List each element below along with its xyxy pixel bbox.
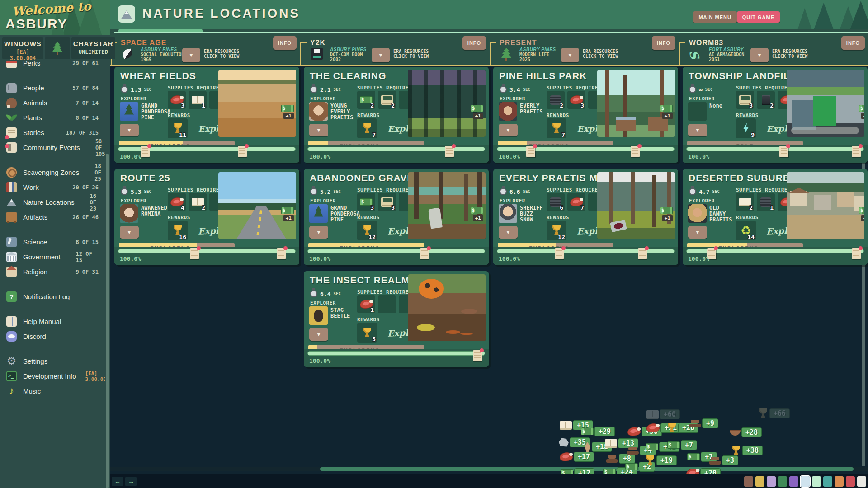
quit-game-button[interactable]: QUIT GAME (737, 11, 780, 23)
page-title: NATURE LOCATIONS (142, 6, 300, 21)
progress-strip: 100.0% (683, 247, 868, 265)
progress-strip: 100.0% (114, 145, 299, 163)
era-resources-dropdown[interactable]: ▼ (372, 48, 390, 62)
location-card: PINE HILLS PARK 3.4 SEC SUPPLIES REQUIRE… (493, 67, 678, 163)
supply-slot: 2 (189, 193, 207, 211)
progress-percent: 100.0% (499, 153, 520, 160)
explorer-dropdown[interactable]: ▼ (309, 226, 328, 239)
explorer-dropdown[interactable]: ▼ (120, 226, 139, 239)
event-note-icon[interactable] (638, 248, 647, 259)
era-quick-tab-col-w-[interactable] (744, 476, 753, 487)
era-resources-label[interactable]: ERA RESOURCES CLICK TO VIEW (772, 49, 807, 59)
event-note-icon[interactable] (238, 146, 247, 157)
progress-percent: 100.0% (688, 255, 709, 262)
era-quick-tab-tides-3-[interactable] (823, 476, 832, 487)
supplies-required-label: SUPPLIES REQUIRED (168, 85, 222, 91)
location-card: TOWNSHIP LANDFILL ∞ SEC SUPPLIES REQUIRE… (683, 67, 868, 163)
logs-icon (709, 457, 721, 465)
location-card: EVERLY PRAETIS MURDER SCENE 6.6 SEC SUPP… (493, 169, 678, 265)
explorer-dropdown[interactable]: ▼ (309, 124, 328, 136)
sidebar-item-stories[interactable]: Stories 187 OF 315 (0, 125, 105, 140)
sidebar-item-notification-log[interactable]: Notification Log (0, 289, 105, 304)
sidebar-item-music[interactable]: Music (0, 384, 105, 399)
sidebar-item-settings[interactable]: Settings (0, 354, 105, 369)
reward-slot: 11 (168, 118, 188, 138)
era-info-button[interactable]: INFO (841, 36, 865, 50)
sidebar-item-work[interactable]: Work 20 OF 26 (0, 180, 105, 195)
sidebar-item-science[interactable]: Science 8 OF 15 (0, 235, 105, 249)
location-title: DESERTED SUBURBIA (689, 173, 801, 183)
event-note-icon[interactable] (473, 350, 482, 361)
stopwatch-icon (310, 188, 317, 195)
era-resources-dropdown[interactable]: ▼ (750, 48, 769, 62)
mammoth-icon (6, 98, 17, 108)
explore-time: 6.6 SEC (500, 188, 530, 195)
era-quick-tab-2-ren-6-[interactable] (857, 476, 866, 487)
era-quick-tab-y2k-y-[interactable] (789, 476, 798, 487)
era-quick-tab-dust-5-[interactable] (846, 476, 855, 487)
event-note-icon[interactable] (141, 146, 150, 157)
event-note-icon[interactable] (190, 248, 199, 259)
event-note-icon[interactable] (445, 146, 454, 157)
era-quickswitch-bar: ← → (110, 474, 868, 488)
explorer-dropdown[interactable]: ▼ (499, 226, 518, 239)
era-quick-tab-pres-1-[interactable] (801, 476, 810, 487)
forward-arrow-button[interactable]: → (125, 477, 137, 486)
era-quick-tab-snail-4-[interactable] (835, 476, 844, 487)
event-note-icon[interactable] (526, 146, 535, 157)
event-note-icon[interactable] (420, 248, 429, 259)
sidebar-item-people[interactable]: People 57 OF 84 (0, 80, 105, 95)
event-note-icon[interactable] (555, 248, 564, 259)
event-note-icon[interactable] (631, 146, 640, 157)
science-icon (6, 237, 17, 247)
era-resources-dropdown[interactable]: ▼ (182, 48, 200, 62)
era-title: PRESENT (500, 39, 537, 47)
sidebar-item-religion[interactable]: Religion 9 OF 31 (0, 264, 105, 279)
era-info-button[interactable]: INFO (462, 36, 486, 50)
event-note-icon[interactable] (852, 248, 861, 259)
era-resources-label[interactable]: ERA RESOURCES CLICK TO VIEW (204, 49, 239, 59)
event-note-icon[interactable] (852, 146, 861, 157)
event-note-icon[interactable] (277, 248, 286, 259)
trophy-icon (645, 455, 656, 465)
era-resources-label[interactable]: ERA RESOURCES CLICK TO VIEW (583, 49, 618, 59)
main-menu-button[interactable]: MAIN MENU (693, 11, 737, 23)
era-resources-dropdown[interactable]: ▼ (561, 48, 579, 62)
era-info-button[interactable]: INFO (273, 36, 297, 50)
era-quick-tab-w-83-2-[interactable] (812, 476, 821, 487)
explorer-dropdown[interactable]: ▼ (688, 124, 707, 136)
reward-slot: 9 (736, 118, 756, 138)
sidebar-item-government[interactable]: Government 12 OF 15 (0, 249, 105, 264)
progress-bar (118, 147, 296, 151)
sidebar-item-nature-locations[interactable]: Nature Locations 16 OF 23 (0, 195, 105, 210)
era-info-button[interactable]: INFO (652, 36, 675, 50)
sidebar-item-scavenging-zones[interactable]: Scavenging Zones 18 OF 25 (0, 165, 105, 180)
location-card: THE INSECT REALM 6.4 SEC SUPPLIES REQUIR… (304, 271, 489, 367)
sidebar-item-plants[interactable]: Plants 8 OF 14 (0, 110, 105, 125)
event-note-icon[interactable] (779, 146, 788, 157)
sidebar-item-perks[interactable]: Perks 29 OF 61 (0, 61, 105, 70)
explorer-dropdown[interactable]: ▼ (688, 226, 707, 239)
sidebar-item-help-manual[interactable]: Help Manual (0, 314, 105, 329)
sidebar-item-discord[interactable]: Discord (0, 329, 105, 344)
explorer-dropdown[interactable]: ▼ (120, 124, 139, 136)
sidebar-item-community-events[interactable]: Community Events 58 OF 105 (0, 140, 105, 155)
era-resources-label[interactable]: ERA RESOURCES CLICK TO VIEW (393, 49, 429, 59)
dev-icon (6, 371, 17, 381)
era-quick-tab-space-t-[interactable] (778, 476, 787, 487)
explorer-dropdown[interactable]: ▼ (309, 328, 328, 341)
progress-percent: 100.0% (309, 153, 330, 160)
sidebar-scrollbar[interactable] (106, 154, 109, 488)
explorer-dropdown[interactable]: ▼ (499, 124, 518, 136)
era-quick-tab-l-dep-e-[interactable] (755, 476, 764, 487)
era-quick-tab-jazz-r-[interactable] (767, 476, 776, 487)
progress-bar (686, 147, 864, 151)
reward-slot: 14 (736, 221, 756, 240)
sidebar-item-development-info[interactable]: Development Info [EA] 3.00.004 (0, 369, 105, 384)
stopwatch-icon (310, 86, 317, 93)
floppy-icon (311, 48, 323, 60)
stopwatch-icon (310, 290, 317, 297)
back-arrow-button[interactable]: ← (112, 477, 123, 486)
sidebar-item-artifacts[interactable]: Artifacts 26 OF 46 (0, 210, 105, 225)
sidebar-item-animals[interactable]: Animals 7 OF 14 (0, 95, 105, 110)
